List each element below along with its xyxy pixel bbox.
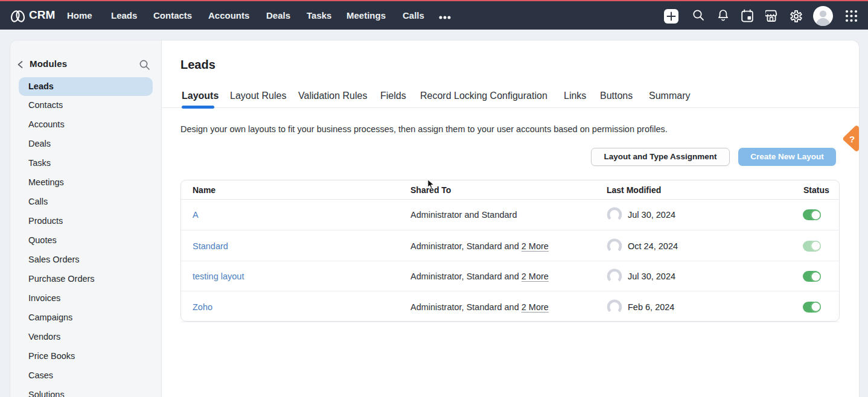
svg-text:?: ? — [849, 134, 855, 144]
